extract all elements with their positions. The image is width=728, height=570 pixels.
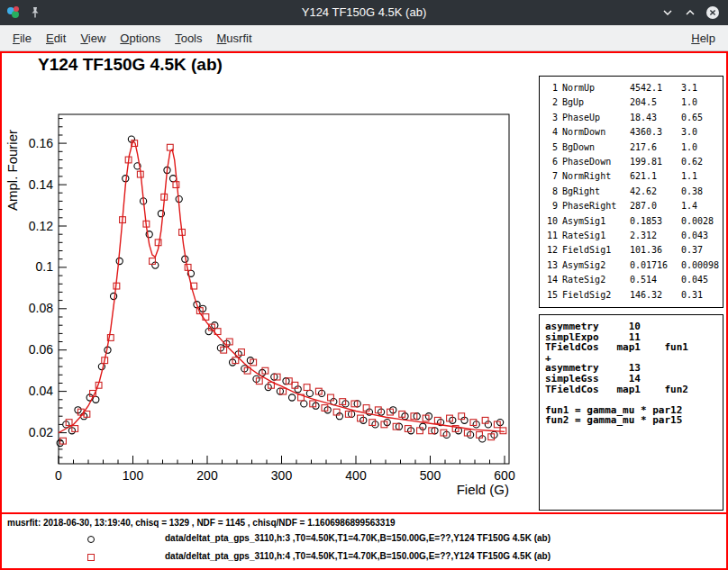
- param-error: 0.38: [681, 185, 719, 199]
- param-name: BgRight: [562, 185, 625, 199]
- legend-label: data/deltat_pta_gps_3110,h:4 ,T0=4.50K,T…: [128, 551, 587, 561]
- menu-left-group: FileEditViewOptionsToolsMusrfit: [5, 27, 259, 50]
- param-index: 6: [545, 155, 558, 169]
- theory-line: simpleGss 14: [545, 374, 717, 385]
- param-index: 15: [545, 288, 558, 303]
- menu-item-options[interactable]: Options: [113, 27, 168, 50]
- param-error: 0.00098: [681, 258, 719, 273]
- svg-text:600: 600: [494, 468, 515, 483]
- param-name: RateSig1: [562, 229, 625, 243]
- param-value: 287.0: [630, 199, 677, 213]
- svg-text:100: 100: [123, 468, 144, 483]
- param-error: 0.043: [681, 229, 719, 243]
- x-axis-title: Field (G): [457, 482, 509, 497]
- param-name: PhaseDown: [562, 155, 625, 169]
- param-error: 1.0: [681, 140, 719, 155]
- param-error: 3.1: [681, 81, 719, 95]
- menu-item-help[interactable]: Help: [684, 27, 723, 50]
- pin-icon[interactable]: [28, 5, 42, 20]
- param-index: 12: [545, 243, 558, 258]
- param-index: 14: [545, 273, 558, 287]
- theory-line: fun2 = gamma_mu * par15: [545, 415, 717, 426]
- info-pad[interactable]: musrfit: 2018-06-30, 13:19:40, chisq = 1…: [2, 512, 726, 568]
- param-name: FieldSig2: [562, 288, 625, 303]
- y-axis-title: Ampl. Fourier: [5, 130, 20, 211]
- axis-tick-labels: 01002003004005006000.020.040.060.080.10.…: [29, 136, 515, 483]
- svg-text:0: 0: [55, 468, 62, 483]
- param-index: 4: [545, 125, 558, 140]
- param-name: BgUp: [562, 95, 625, 110]
- data-series-square: [60, 140, 506, 444]
- param-error: 1.0: [681, 95, 719, 110]
- svg-text:0.14: 0.14: [29, 177, 53, 192]
- legend-entry: data/deltat_pta_gps_3110,h:3 ,T0=4.50K,T…: [2, 533, 726, 547]
- param-index: 5: [545, 140, 558, 155]
- plot-pad[interactable]: Y124 TF150G 4.5K (ab) 010020030040050060…: [2, 53, 726, 512]
- param-value: 204.5: [630, 95, 677, 110]
- param-error: 3.0: [681, 125, 719, 140]
- legend-marker-circle-icon: [87, 536, 95, 543]
- menu-item-musrfit[interactable]: Musrfit: [210, 27, 259, 50]
- param-value: 621.1: [630, 169, 677, 184]
- maximize-button[interactable]: [683, 5, 697, 20]
- theory-line: TFieldCos map1 fun1: [545, 342, 717, 353]
- param-name: NormDown: [562, 125, 625, 140]
- param-value: 217.6: [630, 140, 677, 155]
- param-name: PhaseRight: [562, 199, 625, 213]
- param-name: AsymSig2: [562, 258, 625, 273]
- axis-ticks: [59, 119, 505, 464]
- param-value: 2.312: [630, 229, 677, 243]
- param-name: BgDown: [562, 140, 625, 155]
- menu-item-edit[interactable]: Edit: [39, 27, 73, 50]
- menu-item-view[interactable]: View: [73, 27, 113, 50]
- svg-text:0.04: 0.04: [29, 384, 53, 398]
- param-name: NormRight: [562, 169, 625, 184]
- plot-area[interactable]: 01002003004005006000.020.040.060.080.10.…: [2, 53, 539, 512]
- param-index: 1: [545, 81, 558, 95]
- svg-text:400: 400: [345, 468, 367, 483]
- param-index: 10: [545, 214, 558, 229]
- menu-item-tools[interactable]: Tools: [168, 27, 209, 50]
- param-index: 3: [545, 111, 558, 125]
- param-name: FieldSig1: [562, 243, 625, 258]
- fit-parameters-table: 1NormUp4542.13.12BgUp204.51.03PhaseUp18.…: [545, 81, 719, 303]
- param-value: 199.81: [630, 155, 677, 169]
- minimize-button[interactable]: [660, 5, 675, 20]
- legend-label: data/deltat_pta_gps_3110,h:3 ,T0=4.50K,T…: [128, 533, 587, 543]
- param-name: RateSig2: [562, 273, 625, 287]
- param-name: PhaseUp: [562, 111, 625, 125]
- root-canvas[interactable]: Y124 TF150G 4.5K (ab) 010020030040050060…: [0, 51, 728, 570]
- theory-line: asymmetry 10: [545, 321, 717, 332]
- plot-frame: [59, 114, 509, 464]
- svg-text:500: 500: [420, 468, 441, 483]
- param-value: 4360.3: [630, 125, 677, 140]
- param-value: 18.43: [630, 111, 677, 125]
- theory-function-box[interactable]: asymmetry 10simplExpo 11TFieldCos map1 f…: [539, 314, 723, 511]
- param-name: AsymSig1: [562, 214, 625, 229]
- fit-parameters-box[interactable]: 1NormUp4542.13.12BgUp204.51.03PhaseUp18.…: [539, 76, 723, 308]
- fit-summary-line: musrfit: 2018-06-30, 13:19:40, chisq = 1…: [7, 518, 396, 528]
- svg-text:0.16: 0.16: [29, 136, 53, 150]
- param-error: 0.045: [681, 273, 719, 287]
- param-value: 146.32: [630, 288, 677, 303]
- svg-text:200: 200: [196, 468, 218, 483]
- app-window: Y124 TF150G 4.5K (ab) FileEditViewOption…: [0, 0, 728, 570]
- svg-text:0.1: 0.1: [36, 259, 54, 274]
- svg-text:300: 300: [271, 468, 293, 483]
- close-button[interactable]: [705, 5, 720, 20]
- svg-text:0.06: 0.06: [29, 342, 53, 357]
- menu-item-file[interactable]: File: [5, 27, 39, 50]
- app-icon: [6, 5, 21, 20]
- svg-text:0.02: 0.02: [29, 425, 53, 439]
- theory-line: [545, 394, 717, 405]
- param-value: 0.01716: [630, 258, 677, 273]
- param-value: 0.514: [630, 273, 677, 287]
- window-title: Y124 TF150G 4.5K (ab): [90, 0, 638, 25]
- param-name: NormUp: [562, 81, 625, 95]
- fit-line: [59, 141, 505, 433]
- titlebar[interactable]: Y124 TF150G 4.5K (ab): [0, 0, 728, 25]
- param-index: 13: [545, 258, 558, 273]
- param-value: 42.62: [630, 185, 677, 199]
- menubar: FileEditViewOptionsToolsMusrfit Help: [0, 25, 728, 51]
- param-error: 0.65: [681, 111, 719, 125]
